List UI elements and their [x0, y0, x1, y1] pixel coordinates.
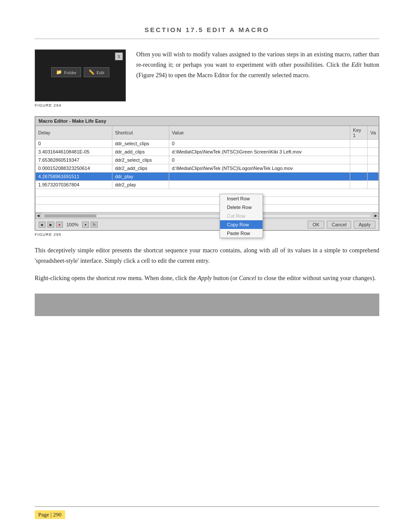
cell-value: 0: [169, 156, 350, 164]
edit-label: Edit: [96, 70, 104, 75]
ok-button[interactable]: OK: [308, 221, 324, 228]
cell-value: d:\Media\Clips\NewTek (NTSC)\Logos\NewTe…: [169, 164, 350, 173]
cell-va: [368, 140, 379, 148]
section-title: SECTION 17.5 EDIT A MACRO: [35, 26, 379, 39]
table-row[interactable]: 1.95732070367804 ddr2_play: [36, 181, 379, 189]
cell-key1: [350, 140, 368, 148]
figure-294-image: X 📁 Folder ✏️ Edit: [35, 49, 126, 101]
cell-delay: 0: [36, 140, 112, 148]
macro-editor-figure: Macro Editor - Make Life Easy Delay Shor…: [35, 116, 379, 237]
figure-294-caption: FIGURE 294: [35, 103, 126, 108]
macro-table: Delay Shortcut Value Key 1 Va 0 ddr_sele…: [35, 126, 379, 212]
cell-va: [368, 148, 379, 156]
context-insert-row[interactable]: Insert Row: [220, 194, 263, 203]
close-button[interactable]: X: [115, 52, 123, 60]
table-row: [36, 197, 379, 205]
footer-controls-left: ■ ▶ ● 100% ▾ ↻: [39, 222, 98, 228]
refresh-button[interactable]: ↻: [91, 222, 98, 228]
play-button[interactable]: ▶: [47, 222, 54, 228]
footer-controls-right: OK Cancel Apply: [308, 221, 375, 228]
col-value: Value: [169, 126, 350, 140]
table-row[interactable]: 3.40316446108481E-05 ddr_add_clips d:\Me…: [36, 148, 379, 156]
cell-va: [368, 156, 379, 164]
table-row[interactable]: 0.000152088323250614 ddr2_add_clips d:\M…: [36, 164, 379, 173]
cell-key1: [350, 148, 368, 156]
context-cut-row[interactable]: Cut Row: [220, 212, 263, 212]
cell-delay: 3.40316446108481E-05: [36, 148, 112, 156]
scroll-thumb[interactable]: [44, 215, 96, 217]
table-row: [36, 205, 379, 212]
table-row-selected[interactable]: 4.26758961691511 ddr_play: [36, 173, 379, 181]
cancel-button[interactable]: Cancel: [327, 221, 351, 228]
col-shortcut: Shortcut: [112, 126, 169, 140]
cell-shortcut: ddr_select_clips: [112, 140, 169, 148]
edit-button[interactable]: ✏️ Edit: [84, 67, 109, 77]
cell-va: [368, 181, 379, 189]
cell-delay: 1.95732070367804: [36, 181, 112, 189]
context-delete-row[interactable]: Delete Row: [220, 203, 263, 212]
cell-delay: 7.65382860519347: [36, 156, 112, 164]
page-footer: Page | 290: [35, 506, 379, 519]
horizontal-scrollbar[interactable]: ◀ ▶: [35, 212, 379, 219]
page-number: Page | 290: [35, 510, 65, 519]
scroll-right-arrow[interactable]: ▶: [373, 213, 379, 219]
figure-295-caption: FIGURE 295: [35, 232, 379, 237]
macro-editor-title: Macro Editor - Make Life Easy: [35, 117, 379, 126]
table-row: [36, 189, 379, 197]
cell-shortcut: ddr_add_clips: [112, 148, 169, 156]
record-button[interactable]: ●: [56, 222, 63, 228]
cell-value: [169, 173, 350, 181]
cell-value: d:\Media\Clips\NewTek (NTSC)\Green Scree…: [169, 148, 350, 156]
scroll-track[interactable]: [43, 214, 371, 218]
folder-icon: 📁: [56, 69, 62, 75]
folder-label: Folder: [64, 70, 76, 75]
cell-key1: [350, 173, 368, 181]
table-row[interactable]: 0 ddr_select_clips 0: [36, 140, 379, 148]
folder-button[interactable]: 📁 Folder: [51, 67, 81, 77]
cell-key1: [350, 156, 368, 164]
col-delay: Delay: [36, 126, 112, 140]
body-paragraph-2: Right-clicking opens the shortcut row me…: [35, 273, 379, 284]
context-menu: Insert Row Delete Row Cut Row Copy Row P…: [220, 194, 263, 212]
cell-value: 0: [169, 140, 350, 148]
cell-delay: 0.000152088323250614: [36, 164, 112, 173]
cell-value: [169, 181, 350, 189]
macro-footer: ■ ▶ ● 100% ▾ ↻ OK Cancel Apply: [35, 219, 379, 230]
stop-button[interactable]: ■: [39, 222, 46, 228]
zoom-level: 100%: [66, 222, 79, 227]
intro-paragraph: Often you will wish to modify values ass…: [136, 49, 379, 108]
cell-key1: [350, 164, 368, 173]
cell-shortcut: ddr2_play: [112, 181, 169, 189]
macro-table-container: Delay Shortcut Value Key 1 Va 0 ddr_sele…: [35, 126, 379, 212]
cell-shortcut: ddr_play: [112, 173, 169, 181]
cell-delay: 4.26758961691511: [36, 173, 112, 181]
cell-va: [368, 173, 379, 181]
cell-va: [368, 164, 379, 173]
apply-button[interactable]: Apply: [354, 221, 375, 228]
table-row[interactable]: 7.65382860519347 ddr2_select_clips 0: [36, 156, 379, 164]
cell-shortcut: ddr2_add_clips: [112, 164, 169, 173]
scroll-left-arrow[interactable]: ◀: [35, 213, 41, 219]
gray-bar: [35, 294, 379, 316]
body-paragraph-1: This deceptively simple editor presents …: [35, 245, 379, 266]
cell-key1: [350, 181, 368, 189]
zoom-dropdown[interactable]: ▾: [82, 222, 89, 228]
col-va: Va: [368, 126, 379, 140]
edit-icon: ✏️: [89, 69, 95, 75]
col-key1: Key 1: [350, 126, 368, 140]
cell-shortcut: ddr2_select_clips: [112, 156, 169, 164]
